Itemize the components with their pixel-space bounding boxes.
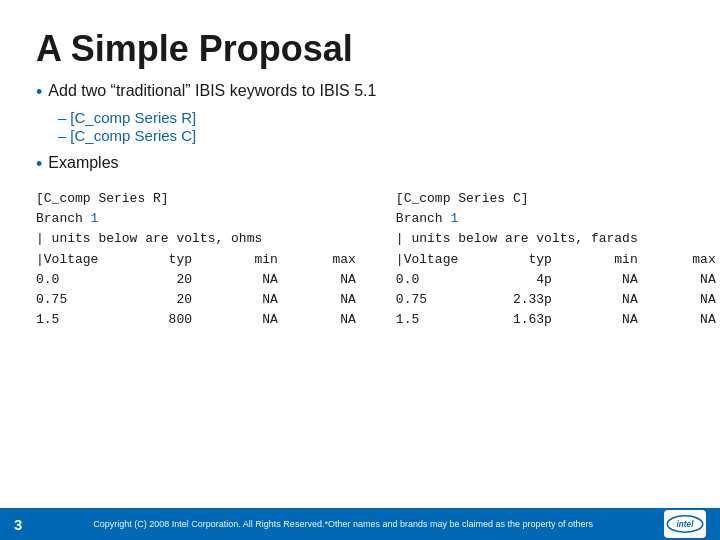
code-c-line2: Branch 1: [396, 211, 458, 226]
bullet-1: • Add two “traditional” IBIS keywords to…: [36, 82, 684, 104]
bullet-1-text: Add two “traditional” IBIS keywords to I…: [48, 82, 376, 100]
code-c-line4: |Voltage typ min max: [396, 252, 716, 267]
code-c-line7: 1.5 1.63p NA NA: [396, 312, 716, 327]
sub-item-2-text: [C_comp Series C]: [70, 127, 196, 144]
code-r-line2: Branch 1: [36, 211, 98, 226]
intel-logo-svg: intel: [666, 513, 704, 535]
slide-title: A Simple Proposal: [36, 28, 684, 70]
slide: A Simple Proposal • Add two “traditional…: [0, 0, 720, 540]
sub-dash-1: –: [58, 109, 66, 126]
branch-r-highlight: 1: [91, 211, 99, 226]
bullet-2-text: Examples: [48, 154, 118, 172]
main-bullets: • Add two “traditional” IBIS keywords to…: [36, 82, 684, 175]
copyright-text: Copyright (C) 2008 Intel Corporation. Al…: [32, 519, 654, 529]
code-c-line6: 0.75 2.33p NA NA: [396, 292, 716, 307]
code-r-line3: | units below are volts, ohms: [36, 231, 262, 246]
code-c-line5: 0.0 4p NA NA: [396, 272, 716, 287]
code-r: [C_comp Series R] Branch 1 | units below…: [36, 189, 356, 330]
sub-item-1-text: [C_comp Series R]: [70, 109, 196, 126]
code-r-line1: [C_comp Series R]: [36, 191, 169, 206]
code-r-line4: |Voltage typ min max: [36, 252, 356, 267]
bullet-dot-2: •: [36, 154, 42, 176]
code-c-line1: [C_comp Series C]: [396, 191, 529, 206]
code-c-col: [C_comp Series C] Branch 1 | units below…: [396, 189, 716, 346]
sub-item-2: – [C_comp Series C]: [58, 127, 684, 144]
slide-number: 3: [14, 516, 22, 533]
code-r-line7: 1.5 800 NA NA: [36, 312, 356, 327]
code-r-line5: 0.0 20 NA NA: [36, 272, 356, 287]
code-c: [C_comp Series C] Branch 1 | units below…: [396, 189, 716, 330]
code-c-line3: | units below are volts, farads: [396, 231, 638, 246]
svg-text:intel: intel: [677, 520, 695, 529]
code-r-col: [C_comp Series R] Branch 1 | units below…: [36, 189, 356, 346]
sub-bullets: – [C_comp Series R] – [C_comp Series C]: [58, 109, 684, 144]
code-r-line6: 0.75 20 NA NA: [36, 292, 356, 307]
bottom-bar: 3 Copyright (C) 2008 Intel Corporation. …: [0, 508, 720, 540]
sub-item-1: – [C_comp Series R]: [58, 109, 684, 126]
intel-logo: intel: [664, 510, 706, 538]
bullet-2: • Examples: [36, 154, 684, 176]
bullet-dot-1: •: [36, 82, 42, 104]
branch-c-highlight: 1: [450, 211, 458, 226]
code-section: [C_comp Series R] Branch 1 | units below…: [36, 189, 684, 346]
sub-dash-2: –: [58, 127, 66, 144]
